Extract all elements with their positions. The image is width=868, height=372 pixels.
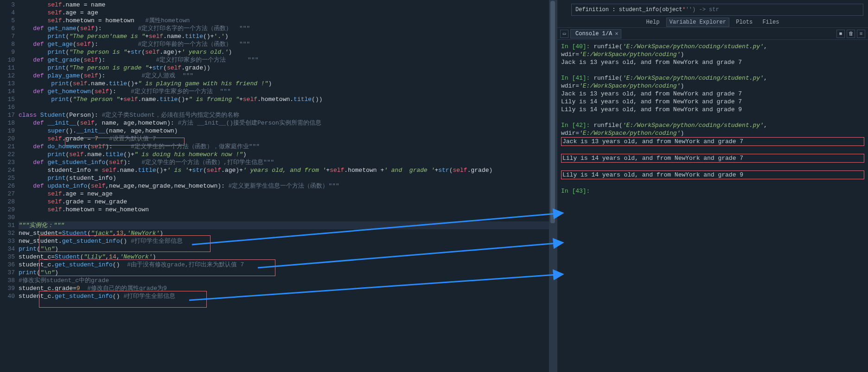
tab-variable-explorer[interactable]: Variable Explorer bbox=[666, 18, 729, 27]
code-line[interactable]: def get_student_info(self): #定义学生的一个方法（函… bbox=[19, 158, 549, 166]
code-line[interactable]: self.age = new_age bbox=[19, 190, 549, 198]
line-number: 24 bbox=[0, 166, 19, 174]
code-line[interactable]: new_student=Student("jack",13,'NewYork') bbox=[19, 229, 549, 237]
line-number: 34 bbox=[0, 245, 19, 253]
code-line[interactable]: print(student_info) bbox=[19, 174, 549, 182]
line-number: 12 bbox=[0, 72, 19, 80]
trash-icon[interactable]: 🗑 bbox=[847, 30, 855, 38]
line-number: 35 bbox=[0, 253, 19, 261]
code-line[interactable]: new_student.get_student_info() #打印学生全部信息 bbox=[19, 237, 549, 245]
line-number: 25 bbox=[0, 174, 19, 182]
line-number: 31 bbox=[0, 221, 19, 229]
line-number: 13 bbox=[0, 80, 19, 88]
code-line[interactable]: #修改实例student_c中的grade bbox=[19, 277, 549, 284]
code-line[interactable]: self.grade = 7 #设置为默认值 7 bbox=[19, 135, 549, 143]
menu-icon[interactable]: ≡ bbox=[857, 30, 865, 38]
code-line[interactable]: def play_game(self): #定义人游戏 """ bbox=[19, 72, 549, 80]
code-line[interactable]: def get_hometown(self): #定义打印学生家乡的一个方法 "… bbox=[19, 88, 549, 95]
scrollbar-thumb[interactable] bbox=[550, 1, 555, 223]
console-line: Jack is 13 years old, and from NewYork a… bbox=[561, 58, 864, 66]
code-line[interactable]: print("The person is grade "+str(self.gr… bbox=[19, 64, 549, 72]
line-number: 32 bbox=[0, 229, 19, 237]
code-line[interactable]: def update_info(self,new_age,new_grade,n… bbox=[19, 182, 549, 190]
console-cmd-icon[interactable]: ▭ bbox=[560, 30, 568, 38]
console-line: Lily is 14 years old, and from NewYork a… bbox=[561, 154, 864, 163]
line-number: 18 bbox=[0, 119, 19, 127]
code-line[interactable]: print("\n") bbox=[19, 269, 549, 277]
code-line[interactable] bbox=[19, 214, 549, 221]
code-line[interactable]: self.grade = new_grade bbox=[19, 198, 549, 206]
close-icon[interactable]: ✕ bbox=[615, 30, 618, 38]
code-area[interactable]: self.name = name self.age = age self.hom… bbox=[19, 0, 549, 372]
tab-files[interactable]: Files bbox=[759, 18, 782, 27]
console-tab[interactable]: Console 1/A ✕ bbox=[570, 29, 621, 38]
line-number: 7 bbox=[0, 32, 19, 40]
console-output[interactable]: In [40]: runfile('E:/WorkSpace/python/co… bbox=[557, 40, 868, 372]
console-line bbox=[561, 66, 864, 74]
console-line: Lily is 14 years old, and from NewYork a… bbox=[561, 106, 864, 113]
line-number: 23 bbox=[0, 158, 19, 166]
line-number: 36 bbox=[0, 261, 19, 269]
tab-plots[interactable]: Plots bbox=[733, 18, 756, 27]
line-number: 39 bbox=[0, 284, 19, 292]
line-number: 5 bbox=[0, 17, 19, 25]
code-line[interactable]: print(self.name.title()+" is playing gam… bbox=[19, 80, 549, 88]
code-line[interactable]: super().__init__(name, age,hometown) bbox=[19, 127, 549, 135]
code-line[interactable] bbox=[19, 103, 549, 111]
console-line: In [42]: runfile('E:/WorkSpace/python/co… bbox=[561, 121, 864, 137]
code-line[interactable]: print("The person "+self.name.title()+" … bbox=[19, 95, 549, 103]
code-line[interactable]: self.hometown = hometown #属性hometown bbox=[19, 17, 549, 25]
code-line[interactable]: """实例化：""" bbox=[19, 221, 549, 229]
line-number: 22 bbox=[0, 151, 19, 158]
code-line[interactable]: self.name = name bbox=[19, 1, 549, 9]
line-number: 29 bbox=[0, 206, 19, 214]
code-line[interactable]: print("\n") bbox=[19, 245, 549, 253]
console-line: Lily is 14 years old, and from NewYork a… bbox=[561, 98, 864, 106]
console-line bbox=[561, 163, 864, 170]
console-tabbar: ▭ Console 1/A ✕ ■ 🗑 ≡ bbox=[557, 28, 868, 40]
code-line[interactable]: def __init__(self, name, age,hometown): … bbox=[19, 119, 549, 127]
code-line[interactable]: print("The person is "+str(self.age)+' y… bbox=[19, 48, 549, 56]
code-line[interactable]: print(self.name.title()+" is doing his h… bbox=[19, 151, 549, 158]
code-line[interactable]: student_c.get_student_info() #由于没有修改grad… bbox=[19, 261, 549, 269]
console-line: Jack is 13 years old, and from NewYork a… bbox=[561, 137, 864, 146]
line-number: 11 bbox=[0, 64, 19, 72]
code-line[interactable]: def get_name(self): #定义打印名字的一个方法（函数） """ bbox=[19, 25, 549, 32]
code-line[interactable]: print("The person'name is "+self.name.ti… bbox=[19, 32, 549, 40]
code-line[interactable]: def get_age(self): #定义打印年龄的一个方法（函数） """ bbox=[19, 40, 549, 48]
line-number: 17 bbox=[0, 111, 19, 119]
console-line: Lily is 14 years old, and from NewYork a… bbox=[561, 170, 864, 179]
code-line[interactable]: class Student(Person): #定义子类Student，必须在括… bbox=[19, 111, 549, 119]
console-line: In [43]: bbox=[561, 187, 864, 195]
line-number: 20 bbox=[0, 135, 19, 143]
line-number: 28 bbox=[0, 198, 19, 206]
line-number: 16 bbox=[0, 103, 19, 111]
code-line[interactable]: student_c.get_student_info() #打印学生全部信息 bbox=[19, 292, 549, 300]
code-line[interactable]: self.hometown = new_hometown bbox=[19, 206, 549, 214]
console-line: Jack is 13 years old, and from NewYork a… bbox=[561, 90, 864, 98]
vertical-scrollbar[interactable] bbox=[549, 0, 556, 372]
line-number: 27 bbox=[0, 190, 19, 198]
code-line[interactable]: self.age = age bbox=[19, 9, 549, 17]
stop-icon[interactable]: ■ bbox=[836, 30, 845, 38]
line-number: 38 bbox=[0, 277, 19, 284]
code-line[interactable]: student_c.grade=9 #修改自己的的属性grade为9 bbox=[19, 284, 549, 292]
console-line bbox=[561, 113, 864, 121]
line-number: 33 bbox=[0, 237, 19, 245]
line-number: 21 bbox=[0, 143, 19, 151]
pane-tabs: Help Variable Explorer Plots Files bbox=[557, 18, 868, 28]
line-number: 14 bbox=[0, 88, 19, 95]
console-line: In [40]: runfile('E:/WorkSpace/python/co… bbox=[561, 43, 864, 58]
definition-label: Definition : bbox=[575, 6, 619, 13]
definition-func: student_info bbox=[619, 6, 659, 13]
code-line[interactable]: def do_homework(self): #定义学生的一个方法（函数），做家… bbox=[19, 143, 549, 151]
code-line[interactable]: def get_grade(self): #定义打印家乡的一个方法 """ bbox=[19, 56, 549, 64]
line-number: 8 bbox=[0, 40, 19, 48]
definition-bar: Definition : student_info(object*'') -> … bbox=[571, 4, 863, 16]
tab-help[interactable]: Help bbox=[643, 18, 663, 27]
line-number: 15 bbox=[0, 95, 19, 103]
code-line[interactable]: student_info = self.name.title()+' is '+… bbox=[19, 166, 549, 174]
code-line[interactable]: student_c=Student("Lily",14,'NewYork') bbox=[19, 253, 549, 261]
line-number: 9 bbox=[0, 48, 19, 56]
line-number: 26 bbox=[0, 182, 19, 190]
